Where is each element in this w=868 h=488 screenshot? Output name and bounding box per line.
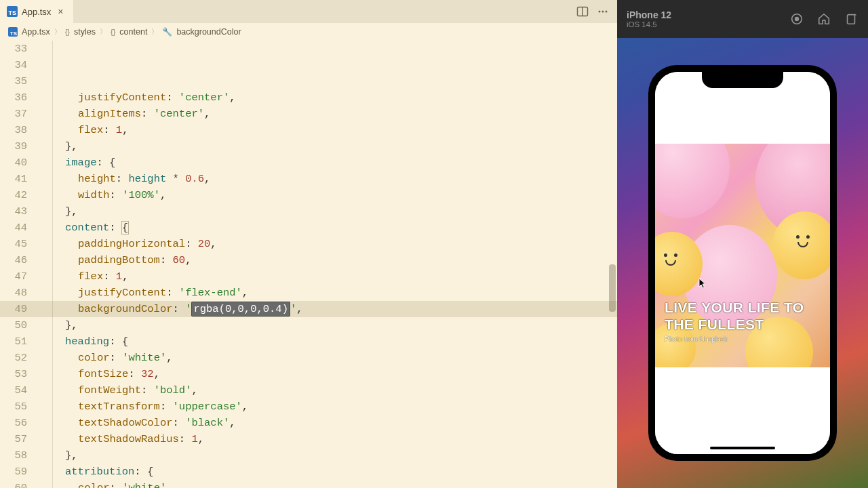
line-number: 43 — [0, 203, 27, 220]
editor-tabbar: TS App.tsx × — [0, 0, 617, 23]
typescript-icon: TS — [7, 6, 18, 17]
code-line[interactable]: flex: 1, — [39, 122, 617, 138]
code-line[interactable]: paddingHorizontal: 20, — [39, 236, 617, 252]
svg-point-3 — [602, 11, 604, 13]
line-number: 59 — [0, 464, 27, 480]
tab-label: App.tsx — [22, 7, 51, 17]
line-number: 51 — [0, 333, 27, 350]
chevron-right-icon: 〉 — [151, 27, 158, 37]
code-line[interactable]: width: '100%', — [39, 187, 617, 203]
code-line[interactable]: fontSize: 32, — [39, 366, 617, 382]
typescript-icon: TS — [8, 27, 18, 37]
editor-scrollbar[interactable] — [606, 41, 616, 488]
line-number: 40 — [0, 155, 27, 171]
line-number: 36 — [0, 89, 27, 106]
code-content[interactable]: justifyContent: 'center',alignItems: 'ce… — [39, 41, 617, 488]
code-line[interactable]: justifyContent: 'center', — [39, 89, 617, 106]
code-line[interactable]: height: height * 0.6, — [39, 171, 617, 187]
line-number: 60 — [0, 480, 27, 488]
svg-point-4 — [606, 11, 608, 13]
svg-point-6 — [795, 17, 799, 21]
screenshot-icon[interactable] — [789, 12, 804, 26]
code-line[interactable]: }, — [39, 138, 617, 155]
line-number: 56 — [0, 415, 27, 431]
phone-frame: LIVE YOUR LIFE TO THE FULLEST Photo from… — [648, 65, 837, 461]
code-line[interactable]: backgroundColor: 'rgba(0,0,0,0.4)', — [39, 301, 617, 317]
more-actions-icon[interactable] — [597, 5, 609, 18]
line-number: 55 — [0, 399, 27, 415]
code-line[interactable]: }, — [39, 447, 617, 464]
code-line[interactable]: textTransform: 'uppercase', — [39, 399, 617, 415]
line-number: 50 — [0, 317, 27, 333]
line-number: 46 — [0, 252, 27, 268]
line-number: 44 — [0, 220, 27, 236]
simulator-pane: iPhone 12 iOS 14.5 — [617, 0, 868, 488]
line-number: 45 — [0, 236, 27, 252]
balloon-yellow — [772, 211, 830, 279]
code-line[interactable]: image: { — [39, 155, 617, 171]
code-line[interactable]: heading: { — [39, 333, 617, 350]
line-number-gutter: 3334353637383940414243444546474849505152… — [0, 41, 39, 488]
app-content-overlay: LIVE YOUR LIFE TO THE FULLEST Photo from… — [655, 300, 830, 367]
line-number: 54 — [0, 382, 27, 399]
line-number: 52 — [0, 350, 27, 366]
line-number: 47 — [0, 268, 27, 285]
svg-point-2 — [599, 11, 601, 13]
line-number: 48 — [0, 285, 27, 301]
chevron-right-icon: 〉 — [54, 27, 61, 37]
code-line[interactable]: }, — [39, 317, 617, 333]
breadcrumb-file[interactable]: App.tsx — [22, 27, 50, 37]
code-line[interactable]: fontWeight: 'bold', — [39, 382, 617, 399]
breadcrumb-backgroundcolor[interactable]: backgroundColor — [176, 27, 241, 37]
device-name: iPhone 12 — [627, 9, 671, 20]
app-attribution: Photo from Unsplash — [665, 336, 821, 343]
scrollbar-thumb[interactable] — [609, 264, 616, 312]
object-icon: {} — [111, 28, 115, 36]
object-icon: {} — [65, 28, 70, 36]
app-heading: LIVE YOUR LIFE TO THE FULLEST — [665, 300, 821, 333]
code-line[interactable]: justifyContent: 'flex-end', — [39, 285, 617, 301]
simulator-toolbar: iPhone 12 iOS 14.5 — [617, 0, 868, 38]
phone-screen[interactable]: LIVE YOUR LIFE TO THE FULLEST Photo from… — [655, 72, 830, 454]
line-number: 39 — [0, 138, 27, 155]
line-number: 38 — [0, 122, 27, 138]
code-line[interactable]: }, — [39, 203, 617, 220]
chevron-right-icon: 〉 — [100, 27, 106, 37]
code-line[interactable]: color: 'white', — [39, 350, 617, 366]
code-line[interactable]: textShadowColor: 'black', — [39, 415, 617, 431]
app-bottom-whitespace — [655, 367, 830, 454]
balloon-pink — [655, 144, 730, 218]
line-number: 42 — [0, 187, 27, 203]
close-icon[interactable]: × — [55, 6, 66, 17]
code-line[interactable]: flex: 1, — [39, 268, 617, 285]
app-background-image: LIVE YOUR LIFE TO THE FULLEST Photo from… — [655, 144, 830, 367]
line-number: 37 — [0, 106, 27, 122]
line-number: 57 — [0, 431, 27, 447]
line-number: 53 — [0, 366, 27, 382]
split-editor-icon[interactable] — [576, 5, 589, 18]
line-number: 58 — [0, 447, 27, 464]
tab-app-tsx[interactable]: TS App.tsx × — [0, 0, 73, 23]
home-icon[interactable] — [816, 12, 831, 26]
device-os: iOS 14.5 — [627, 20, 671, 28]
home-indicator[interactable] — [710, 447, 775, 449]
line-number: 34 — [0, 57, 27, 73]
code-line[interactable]: content: { — [39, 220, 617, 236]
code-line[interactable]: color: 'white', — [39, 480, 617, 488]
rotate-icon[interactable] — [844, 12, 859, 26]
code-line[interactable]: textShadowRadius: 1, — [39, 431, 617, 447]
property-icon: 🔧 — [162, 27, 172, 37]
code-editor[interactable]: 3334353637383940414243444546474849505152… — [0, 41, 617, 488]
line-number: 35 — [0, 73, 27, 89]
breadcrumb-styles[interactable]: styles — [74, 27, 96, 37]
breadcrumbs[interactable]: TS App.tsx 〉 {} styles 〉 {} content 〉 🔧 … — [0, 23, 617, 41]
editor-pane: TS App.tsx × TS App.tsx 〉 {} styles 〉 {}… — [0, 0, 617, 488]
svg-rect-7 — [848, 15, 855, 24]
line-number: 41 — [0, 171, 27, 187]
code-line[interactable]: attribution: { — [39, 464, 617, 480]
line-number: 33 — [0, 41, 27, 57]
phone-notch — [702, 72, 783, 88]
code-line[interactable]: paddingBottom: 60, — [39, 252, 617, 268]
breadcrumb-content[interactable]: content — [119, 27, 147, 37]
code-line[interactable]: alignItems: 'center', — [39, 106, 617, 122]
